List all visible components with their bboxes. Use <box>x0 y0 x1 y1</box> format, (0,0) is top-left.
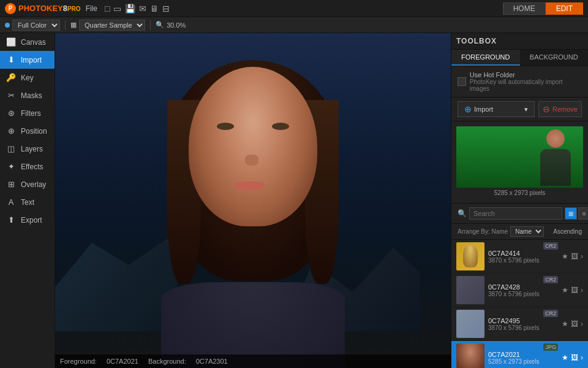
search-input[interactable] <box>469 207 562 220</box>
sidebar-label-canvas: Canvas <box>21 38 46 47</box>
preview-body <box>540 149 571 186</box>
list-view-button[interactable]: ≡ <box>578 207 588 220</box>
preview-button-0C7A2495[interactable]: 🖼 <box>571 320 578 328</box>
arrange-row: Arrange By: Name Name Date Size Ascendin… <box>451 224 588 240</box>
color-mode-dropdown[interactable]: Full Color <box>12 20 60 31</box>
sidebar-item-text[interactable]: A Text <box>0 193 55 211</box>
sidebar-item-position[interactable]: ⊕ Position <box>0 122 55 140</box>
background-value: 0C7A2301 <box>196 358 228 365</box>
sidebar-item-effects[interactable]: ✦ Effects <box>0 158 55 175</box>
search-row: 🔍 ⊞ ≡ <box>451 204 588 224</box>
sidebar-item-canvas[interactable]: ⬜ Canvas <box>0 33 55 51</box>
file-badge-0C7A2021: JPG <box>543 343 558 351</box>
file-item-0C7A2495[interactable]: 0C7A2495 3870 x 5796 pixels CR2 ★ 🖼 › <box>451 307 588 341</box>
file-size-0C7A2428: 3870 x 5796 pixels <box>488 291 540 297</box>
file-actions-0C7A2428: ★ 🖼 › <box>562 286 583 294</box>
sidebar-label-masks: Masks <box>21 91 42 100</box>
import-icon: ⬇ <box>6 55 16 64</box>
sidebar-item-export[interactable]: ⬆ Export <box>0 211 55 229</box>
arrange-dropdown[interactable]: Name Date Size <box>510 226 544 237</box>
tab-foreground[interactable]: FOREGROUND <box>451 50 520 66</box>
save-icon[interactable]: 💾 <box>125 4 135 13</box>
main-layout: ⬜ Canvas ⬇ Import 🔑 Key ✂ Masks ⊛ Filter… <box>0 33 588 368</box>
open-icon[interactable]: ▭ <box>113 4 121 13</box>
import-button[interactable]: ⊕ Import ▾ <box>458 101 535 117</box>
sidebar-label-text: Text <box>21 198 34 207</box>
sidebar: ⬜ Canvas ⬇ Import 🔑 Key ✂ Masks ⊛ Filter… <box>0 33 55 368</box>
sidebar-label-overlay: Overlay <box>21 180 46 189</box>
toolbox-header: TOOLBOX <box>451 33 588 50</box>
foreground-value: 0C7A2021 <box>107 358 138 365</box>
preview-button-0C7A2021[interactable]: 🖼 <box>571 353 578 362</box>
star-button-0C7A2414[interactable]: ★ <box>562 252 568 261</box>
file-info-0C7A2495: 0C7A2495 3870 x 5796 pixels <box>488 317 540 331</box>
sidebar-item-filters[interactable]: ⊛ Filters <box>0 104 55 122</box>
sidebar-label-filters: Filters <box>21 109 41 118</box>
star-button-0C7A2021[interactable]: ★ <box>562 353 568 362</box>
preview-button-0C7A2414[interactable]: 🖼 <box>571 252 578 261</box>
preview-button-0C7A2428[interactable]: 🖼 <box>571 286 578 294</box>
color-dot <box>5 23 10 28</box>
preview-dimensions: 5285 x 2973 pixels <box>456 188 583 198</box>
file-item-0C7A2021[interactable]: 0C7A2021 5285 x 2973 pixels JPG ★ 🖼 › <box>451 341 588 368</box>
star-button-0C7A2428[interactable]: ★ <box>562 286 568 294</box>
file-item-0C7A2428[interactable]: 0C7A2428 3870 x 5796 pixels CR2 ★ 🖼 › <box>451 274 588 307</box>
toolbar-separator-1 <box>65 20 66 30</box>
left-eye <box>217 123 234 130</box>
top-bar: P PHOTOKEY8PRO File □ ▭ 💾 ✉ 🖥 ⊟ HOME EDI… <box>0 0 588 17</box>
canvas-area: Foreground: 0C7A2021 Background: 0C7A230… <box>55 33 451 368</box>
portrait-composite <box>55 33 451 368</box>
arrow-button-0C7A2021[interactable]: › <box>581 353 583 362</box>
sample-mode-dropdown[interactable]: Quarter Sample <box>79 20 145 31</box>
tab-background[interactable]: BACKGROUND <box>520 50 589 66</box>
preview-area: 5285 x 2973 pixels <box>451 121 588 204</box>
sidebar-item-masks[interactable]: ✂ Masks <box>0 86 55 104</box>
hot-folder-checkbox[interactable] <box>458 77 466 86</box>
email-icon[interactable]: ✉ <box>139 4 146 13</box>
import-label: Import <box>474 105 493 113</box>
file-badge-0C7A2414: CR2 <box>543 242 558 250</box>
masks-icon: ✂ <box>6 91 16 100</box>
plus-icon: ⊕ <box>464 104 472 114</box>
sidebar-item-import[interactable]: ⬇ Import <box>0 51 55 69</box>
file-item-0C7A2414[interactable]: 0C7A2414 3870 x 5796 pixels CR2 ★ 🖼 › <box>451 240 588 274</box>
new-icon[interactable]: □ <box>105 4 110 13</box>
sort-label: Ascending <box>553 228 582 235</box>
remove-button[interactable]: ⊖ Remove <box>538 101 582 117</box>
portrait-container <box>124 33 382 368</box>
home-button[interactable]: HOME <box>503 2 546 15</box>
toolbar-icons: □ ▭ 💾 ✉ 🖥 ⊟ <box>105 4 170 13</box>
menu-file[interactable]: File <box>86 4 97 13</box>
arrow-button-0C7A2495[interactable]: › <box>581 320 583 328</box>
hot-folder-text: Use Hot Folder PhotoKey will automatical… <box>470 71 582 92</box>
arrow-button-0C7A2414[interactable]: › <box>581 252 583 261</box>
file-info-0C7A2414: 0C7A2414 3870 x 5796 pixels <box>488 250 540 264</box>
file-info-0C7A2428: 0C7A2428 3870 x 5796 pixels <box>488 283 540 297</box>
overlay-icon: ⊞ <box>6 180 16 189</box>
preview-head <box>546 129 565 148</box>
arrange-label: Arrange By: Name <box>458 228 508 235</box>
edit-button[interactable]: EDIT <box>546 2 583 15</box>
arrow-button-0C7A2428[interactable]: › <box>581 286 583 294</box>
preview-person <box>540 129 571 185</box>
logo-icon: P <box>5 3 16 14</box>
zoom-icon: 🔍 <box>156 21 164 29</box>
sidebar-label-effects: Effects <box>21 163 43 171</box>
text-icon: A <box>6 197 16 207</box>
zoom-value: 30.0% <box>167 21 186 29</box>
background-label: Background: <box>148 358 186 365</box>
monitor-icon[interactable]: 🖥 <box>150 4 159 13</box>
filters-icon: ⊛ <box>6 109 16 118</box>
sidebar-item-key[interactable]: 🔑 Key <box>0 69 55 86</box>
compare-icon[interactable]: ⊟ <box>162 4 170 13</box>
grid-view-button[interactable]: ⊞ <box>565 207 577 220</box>
file-size-0C7A2021: 5285 x 2973 pixels <box>488 358 540 365</box>
nose <box>245 155 258 166</box>
app-name: PHOTOKEY8PRO <box>18 4 81 13</box>
star-button-0C7A2495[interactable]: ★ <box>562 320 568 328</box>
export-icon: ⬆ <box>6 215 16 224</box>
file-thumb-0C7A2414 <box>456 242 484 270</box>
sidebar-item-overlay[interactable]: ⊞ Overlay <box>0 175 55 193</box>
app-logo: P PHOTOKEY8PRO <box>5 3 81 14</box>
sidebar-item-layers[interactable]: ◫ Layers <box>0 140 55 158</box>
